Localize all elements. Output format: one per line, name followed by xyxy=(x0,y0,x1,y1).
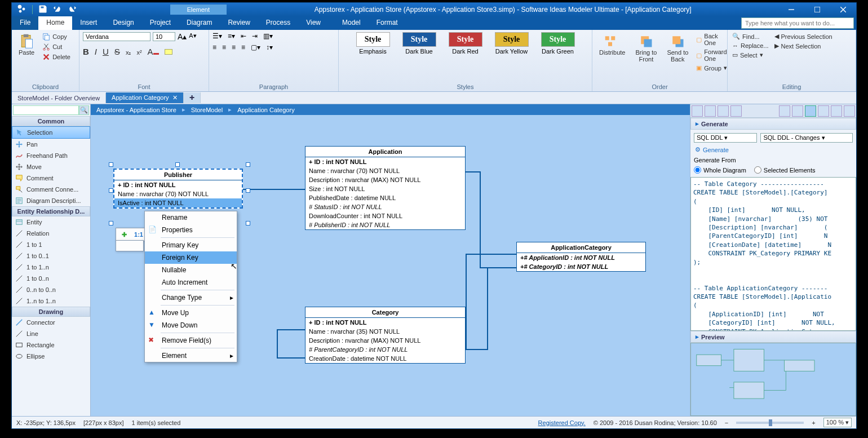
application-field-id[interactable]: + ID : int NOT NULL xyxy=(305,157,465,166)
generate-mode-select[interactable]: SQL DDL - Changes ▾ xyxy=(760,133,853,143)
publisher-field-name[interactable]: Name : nvarchar (70) NOT NULL xyxy=(114,189,242,198)
rtool-10[interactable] xyxy=(844,105,855,117)
menu-format[interactable]: Format xyxy=(369,16,406,30)
menu-review[interactable]: Review xyxy=(220,16,258,30)
category-field-parentcategoryid[interactable]: # ParentCategoryID : int NOT NULL xyxy=(305,345,465,354)
appcat-field-categoryid[interactable]: +# CategoryID : int NOT NULL xyxy=(517,262,645,271)
ctx-primary-key[interactable]: Primary Key xyxy=(145,239,237,251)
borders-button[interactable]: ▢▾ xyxy=(251,43,260,51)
strike-button[interactable]: S xyxy=(114,47,120,56)
tool-freehand-path[interactable]: Freehand Path xyxy=(12,150,90,161)
rtool-6[interactable] xyxy=(792,105,803,117)
ctx-change-type[interactable]: Change Type▸ xyxy=(145,291,237,304)
style-emphasis[interactable]: StyleEmphasis xyxy=(353,32,393,66)
rtool-9[interactable] xyxy=(831,105,842,117)
superscript-button[interactable]: x² xyxy=(136,49,141,56)
float-add-icon[interactable]: ✚ xyxy=(117,229,131,240)
relation-application-appcat-h1[interactable] xyxy=(466,254,516,255)
decrease-font-icon[interactable]: A▾ xyxy=(189,32,196,41)
category-field-name[interactable]: Name : nvarchar (35) NOT NULL xyxy=(305,327,465,336)
tool-comment-connector[interactable]: Comment Conne... xyxy=(12,184,90,195)
align-left-button[interactable]: ≡ xyxy=(212,43,216,51)
application-field-name[interactable]: Name : nvarchar (70) NOT NULL xyxy=(305,166,465,175)
group-button[interactable]: ▣Group ▾ xyxy=(695,64,728,72)
relation-application-category-v[interactable] xyxy=(466,254,467,349)
font-family-select[interactable]: Verdana xyxy=(83,32,150,41)
forward-one-button[interactable]: ▢Forward One xyxy=(695,48,728,63)
tool-1n-to-1n[interactable]: 1..n to 1..n xyxy=(12,295,90,307)
indent-button[interactable]: ⇥ xyxy=(252,32,258,40)
menu-model[interactable]: Model xyxy=(334,16,369,30)
tool-pan[interactable]: Pan xyxy=(12,139,90,150)
zoom-level-select[interactable]: 100 % ▾ xyxy=(823,418,852,427)
sel-handle-w[interactable] xyxy=(109,188,113,193)
align-right-button[interactable]: ≡ xyxy=(232,43,236,51)
tool-1-to-1[interactable]: 1 to 1 xyxy=(12,239,90,250)
maximize-button[interactable] xyxy=(804,3,830,16)
tool-line[interactable]: Line xyxy=(12,328,90,339)
menu-project[interactable]: Project xyxy=(142,16,179,30)
rtool-3[interactable] xyxy=(718,105,729,117)
tab-store-model[interactable]: StoreModel - Folder Overview xyxy=(12,93,106,103)
font-color-button[interactable]: A xyxy=(148,47,159,56)
float-relation-label[interactable]: 1:1 xyxy=(132,229,145,240)
sidebar-group-er[interactable]: Entity Relationship D... xyxy=(12,206,90,216)
relation-category-self-v[interactable] xyxy=(277,329,278,357)
application-field-statusid[interactable]: # StatusID : int NOT NULL xyxy=(305,202,465,211)
radio-whole-diagram[interactable]: Whole Diagram xyxy=(694,166,746,174)
style-dark-green[interactable]: StyleDark Green xyxy=(538,32,578,66)
justify-button[interactable]: ≡ xyxy=(241,43,245,51)
zoom-in-button[interactable]: + xyxy=(812,419,815,426)
entity-application-category[interactable]: ApplicationCategory +# ApplicationID : i… xyxy=(516,242,646,272)
crumb-store-model[interactable]: StoreModel xyxy=(191,107,223,113)
bullets-button[interactable]: ☰▾ xyxy=(212,32,222,40)
paste-button[interactable]: Paste xyxy=(15,32,38,82)
preview-pane-header[interactable]: ▸Preview xyxy=(690,331,856,343)
tool-relation[interactable]: Relation xyxy=(12,228,90,239)
select-button[interactable]: ▭ Select ▾ xyxy=(731,51,770,59)
rtool-5[interactable] xyxy=(779,105,790,117)
relation-publisher-application[interactable] xyxy=(243,189,305,190)
sidebar-group-drawing[interactable]: Drawing xyxy=(12,307,90,317)
application-field-downloadcounter[interactable]: DownloadCounter : int NOT NULL xyxy=(305,211,465,220)
cut-button[interactable]: Cut xyxy=(41,42,72,51)
relation-appcat-application-h2[interactable] xyxy=(480,267,516,268)
undo-icon[interactable] xyxy=(53,5,62,15)
tool-1-to-1n[interactable]: 1 to 1..n xyxy=(12,262,90,273)
add-tab-button[interactable]: ✚ xyxy=(184,92,201,103)
save-icon[interactable] xyxy=(38,5,47,15)
tool-1-to-0n[interactable]: 1 to 0..n xyxy=(12,273,90,284)
previous-selection-button[interactable]: ◀ Previous Selection xyxy=(773,32,834,41)
find-button[interactable]: 🔍 Find... xyxy=(731,32,770,41)
category-field-description[interactable]: Description : nvarchar (MAX) NOT NULL xyxy=(305,336,465,345)
copy-button[interactable]: Copy xyxy=(41,32,72,41)
tool-entity[interactable]: Entity xyxy=(12,216,90,228)
tool-ellipse[interactable]: Ellipse xyxy=(12,351,90,362)
subscript-button[interactable]: x₂ xyxy=(126,49,131,56)
tab-application-category[interactable]: Application Category ✕ xyxy=(106,92,184,103)
style-dark-blue[interactable]: StyleDark Blue xyxy=(400,32,439,66)
style-dark-yellow[interactable]: StyleDark Yellow xyxy=(492,32,532,66)
rtool-2[interactable] xyxy=(705,105,716,117)
menu-home[interactable]: Home xyxy=(38,16,72,30)
next-selection-button[interactable]: ▶ Next Selection xyxy=(773,42,834,50)
publisher-field-isactive[interactable]: IsActive : int NOT NULL xyxy=(114,198,242,207)
rtool-8[interactable] xyxy=(818,105,829,117)
menu-insert[interactable]: Insert xyxy=(72,16,105,30)
sel-handle-sw[interactable] xyxy=(109,221,113,225)
menu-diagram[interactable]: Diagram xyxy=(179,16,220,30)
generate-link[interactable]: ⚙ Generate xyxy=(694,145,853,154)
tool-diagram-description[interactable]: Diagram Descripti... xyxy=(12,195,90,206)
sel-handle-se[interactable] xyxy=(246,221,250,225)
toolbox-search-input[interactable] xyxy=(13,105,79,115)
application-field-publisheddate[interactable]: PublishedDate : datetime NULL xyxy=(305,193,465,202)
sel-handle-n[interactable] xyxy=(175,162,180,167)
appcat-field-applicationid[interactable]: +# ApplicationID : int NOT NULL xyxy=(517,253,645,262)
italic-button[interactable]: I xyxy=(95,47,97,56)
crumb-project[interactable]: Appstorex - Application Store xyxy=(96,107,176,113)
entity-category[interactable]: Category + ID : int NOT NULL Name : nvar… xyxy=(305,307,466,364)
entity-publisher[interactable]: Publisher + ID : int NOT NULL Name : nva… xyxy=(113,169,243,209)
rtool-7-active[interactable] xyxy=(805,105,816,117)
ctx-foreign-key[interactable]: Foreign Key xyxy=(145,251,237,264)
zoom-slider[interactable] xyxy=(736,422,804,424)
